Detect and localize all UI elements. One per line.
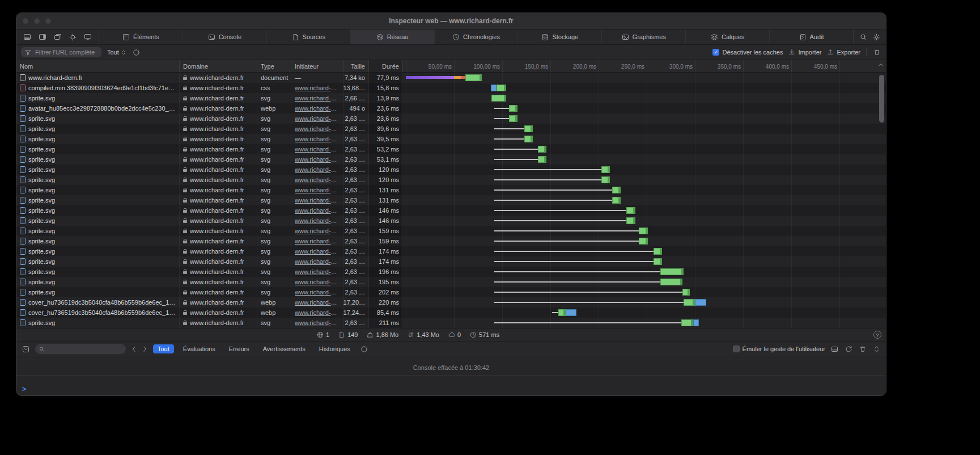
tab-timelines[interactable]: Chronologies xyxy=(435,30,519,44)
initiator-link[interactable]: www.richard-d… xyxy=(295,136,340,142)
clear-console-button[interactable] xyxy=(858,344,867,353)
tab-graphics[interactable]: Graphismes xyxy=(602,30,686,44)
initiator-link[interactable]: www.richard-d… xyxy=(295,156,340,163)
undock-button[interactable] xyxy=(53,32,63,41)
close-window-button[interactable] xyxy=(22,18,29,24)
table-row[interactable]: sprite.svgwww.richard-dern.frsvgwww.rich… xyxy=(16,236,886,246)
table-row[interactable]: sprite.svgwww.richard-dern.frsvgwww.rich… xyxy=(16,277,886,287)
initiator-link[interactable]: www.richard-d… xyxy=(295,309,340,316)
initiator-link[interactable]: www.richard-d… xyxy=(295,176,340,183)
export-button[interactable]: Exporter xyxy=(827,49,860,56)
initiator-link[interactable]: www.richard-d… xyxy=(295,166,340,173)
column-header-initiator[interactable]: Initiateur xyxy=(291,60,343,72)
console-tab-all[interactable]: Tout xyxy=(153,344,174,353)
console-tab-errors[interactable]: Erreurs xyxy=(224,344,254,353)
settings-button[interactable] xyxy=(872,32,881,42)
console-tab-evaluations[interactable]: Évaluations xyxy=(179,344,220,353)
url-filter-field[interactable] xyxy=(21,47,101,57)
reload-button[interactable] xyxy=(844,344,854,354)
initiator-link[interactable]: www.richard-d… xyxy=(295,105,340,112)
initiator-link[interactable]: www.richard-d… xyxy=(295,289,340,296)
initiator-link[interactable]: www.richard-d… xyxy=(295,207,340,214)
initiator-link[interactable]: www.richard-d… xyxy=(295,115,340,122)
table-row[interactable]: sprite.svgwww.richard-dern.frsvgwww.rich… xyxy=(16,256,886,267)
table-row[interactable]: sprite.svgwww.richard-dern.frsvgwww.rich… xyxy=(16,113,886,124)
title-bar[interactable]: Inspecteur web — www.richard-dern.fr xyxy=(16,13,886,30)
import-button[interactable]: Importer xyxy=(788,49,821,56)
network-scope-circle-button[interactable] xyxy=(131,48,141,57)
initiator-link[interactable]: www.richard-d… xyxy=(295,146,340,153)
table-row[interactable]: www.richard-dern.frwww.richard-dern.frdo… xyxy=(16,73,886,83)
dock-side-button[interactable] xyxy=(37,32,48,41)
initiator-link[interactable]: www.richard-d… xyxy=(295,228,340,234)
column-header-type[interactable]: Type xyxy=(257,60,291,72)
table-row[interactable]: cover_hu736519dc3b5040cfa48b6b559b6de6ec… xyxy=(16,297,886,307)
search-button[interactable] xyxy=(859,32,868,42)
table-row[interactable]: sprite.svgwww.richard-dern.frsvgwww.rich… xyxy=(16,175,886,185)
initiator-link[interactable]: www.richard-d… xyxy=(295,299,340,306)
column-header-duration[interactable]: Durée xyxy=(369,60,403,72)
emulate-user-gesture-checkbox[interactable]: ✓ xyxy=(733,346,740,352)
table-row[interactable]: sprite.svgwww.richard-dern.frsvgwww.rich… xyxy=(16,124,886,134)
console-tab-logs[interactable]: Historiques xyxy=(315,344,355,353)
initiator-link[interactable]: www.richard-d… xyxy=(295,319,340,326)
console-search-field[interactable] xyxy=(35,344,126,354)
table-row[interactable]: sprite.svgwww.richard-dern.frsvgwww.rich… xyxy=(16,216,886,226)
table-scrollbar-thumb[interactable] xyxy=(879,75,884,123)
resource-scope-dropdown[interactable]: Tout xyxy=(107,49,126,56)
clear-network-button[interactable] xyxy=(872,48,881,57)
initiator-link[interactable]: www.richard-d… xyxy=(295,197,340,204)
table-row[interactable]: sprite.svgwww.richard-dern.frsvgwww.rich… xyxy=(16,246,886,256)
tab-sources[interactable]: Sources xyxy=(267,30,351,44)
console-prompt[interactable]: > xyxy=(16,383,886,395)
table-row[interactable]: avatar_hu85ecc3e298728880b0bde2dcc4e5c23… xyxy=(16,103,886,113)
column-header-size[interactable]: Taille xyxy=(343,60,369,72)
table-row[interactable]: sprite.svgwww.richard-dern.frsvgwww.rich… xyxy=(16,154,886,165)
table-row[interactable]: sprite.svgwww.richard-dern.frsvgwww.rich… xyxy=(16,205,886,216)
tab-audit[interactable]: Audit xyxy=(770,30,854,44)
initiator-link[interactable]: www.richard-d… xyxy=(295,187,340,193)
disable-caches-option[interactable]: ✓ Désactiver les caches xyxy=(712,49,783,56)
expand-console-button[interactable] xyxy=(872,344,881,354)
console-tab-warnings[interactable]: Avertissements xyxy=(258,344,310,353)
tab-console[interactable]: Console xyxy=(183,30,267,44)
next-result-button[interactable] xyxy=(142,345,149,353)
zoom-window-button[interactable] xyxy=(45,18,52,24)
disable-caches-checkbox[interactable]: ✓ xyxy=(712,49,719,56)
table-row[interactable]: sprite.svgwww.richard-dern.frsvgwww.rich… xyxy=(16,134,886,144)
element-picker-button[interactable] xyxy=(68,32,78,42)
table-row[interactable]: sprite.svgwww.richard-dern.frsvgwww.rich… xyxy=(16,144,886,154)
table-row[interactable]: sprite.svgwww.richard-dern.frsvgwww.rich… xyxy=(16,93,886,103)
tab-layers[interactable]: Calques xyxy=(686,30,770,44)
device-button[interactable] xyxy=(83,32,93,41)
table-row[interactable]: sprite.svgwww.richard-dern.frsvgwww.rich… xyxy=(16,195,886,205)
column-header-domain[interactable]: Domaine xyxy=(180,60,257,72)
scroll-top-button[interactable] xyxy=(878,63,884,67)
initiator-link[interactable]: www.richard-d… xyxy=(295,95,340,102)
tab-network[interactable]: Réseau xyxy=(351,30,435,44)
table-row[interactable]: sprite.svgwww.richard-dern.frsvgwww.rich… xyxy=(16,267,886,277)
initiator-link[interactable]: www.richard-d… xyxy=(295,217,340,224)
table-row[interactable]: compiled.min.38390909f303624ed9e1cf1bd3f… xyxy=(16,83,886,93)
table-row[interactable]: sprite.svgwww.richard-dern.frsvgwww.rich… xyxy=(16,318,886,328)
tab-storage[interactable]: Stockage xyxy=(518,30,602,44)
console-scope-circle-button[interactable] xyxy=(359,344,369,354)
initiator-link[interactable]: www.richard-d… xyxy=(295,248,340,255)
initiator-link[interactable]: www.richard-d… xyxy=(295,238,340,245)
console-search-input[interactable] xyxy=(47,345,122,353)
initiator-link[interactable]: www.richard-d… xyxy=(295,125,340,132)
tab-elements[interactable]: Éléments xyxy=(99,30,183,44)
emulate-user-gesture-option[interactable]: ✓ Émuler le geste de l'utilisateur xyxy=(733,346,825,352)
dock-bottom-button[interactable] xyxy=(22,32,32,41)
initiator-link[interactable]: www.richard-d… xyxy=(295,268,340,275)
initiator-link[interactable]: www.richard-d… xyxy=(295,85,340,91)
help-button[interactable]: ? xyxy=(873,331,881,339)
previous-result-button[interactable] xyxy=(130,345,137,353)
initiator-link[interactable]: www.richard-d… xyxy=(295,258,340,265)
minimize-window-button[interactable] xyxy=(33,18,40,24)
table-row[interactable]: sprite.svgwww.richard-dern.frsvgwww.rich… xyxy=(16,226,886,236)
console-mode-button[interactable] xyxy=(21,344,31,354)
table-row[interactable]: sprite.svgwww.richard-dern.frsvgwww.rich… xyxy=(16,185,886,195)
table-row[interactable]: sprite.svgwww.richard-dern.frsvgwww.rich… xyxy=(16,165,886,175)
column-header-name[interactable]: Nom xyxy=(16,60,180,72)
